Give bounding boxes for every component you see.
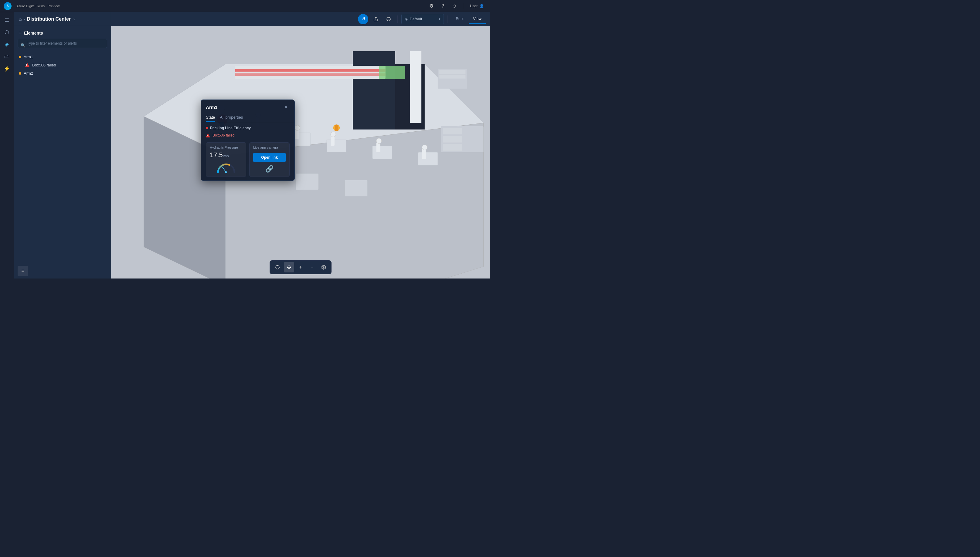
live-camera-card: Live arm camera Open link 🔗 bbox=[249, 142, 290, 177]
filter-input[interactable] bbox=[18, 39, 107, 48]
main-layout: ☰ ⬡ ◈ 🗃 ⚡ ⌂ › Distribution Center ∨ ≡ El… bbox=[0, 12, 490, 278]
breadcrumb-home[interactable]: ⌂ bbox=[19, 16, 22, 22]
pan-button[interactable] bbox=[284, 262, 294, 272]
view-select[interactable]: ◈ Default ▾ bbox=[401, 14, 444, 24]
list-item[interactable]: Box506 failed bbox=[14, 61, 111, 69]
svg-rect-32 bbox=[372, 146, 392, 159]
list-item[interactable]: Arm2 bbox=[14, 69, 111, 77]
svg-rect-16 bbox=[439, 70, 466, 74]
svg-rect-13 bbox=[379, 66, 405, 79]
refresh-button[interactable]: ↺ bbox=[358, 14, 368, 24]
build-view-tabs: Build View bbox=[451, 14, 486, 24]
app-title: Azure Digital Twins Preview bbox=[15, 4, 59, 8]
svg-rect-44 bbox=[443, 144, 462, 151]
tab-view[interactable]: View bbox=[469, 14, 486, 24]
status-dot-warning bbox=[19, 56, 21, 58]
panel-footer: ≡ bbox=[14, 263, 111, 278]
icon-sidebar: ☰ ⬡ ◈ 🗃 ⚡ bbox=[0, 12, 14, 278]
svg-point-3 bbox=[389, 19, 390, 20]
add-button[interactable]: + bbox=[296, 262, 306, 272]
cube-button[interactable] bbox=[318, 262, 329, 272]
orbit-button[interactable] bbox=[272, 262, 283, 272]
tab-build[interactable]: Build bbox=[451, 14, 469, 24]
popup-tabs: State All properties bbox=[201, 113, 294, 122]
sidebar-item-3d[interactable]: ◈ bbox=[2, 39, 13, 50]
sidebar-item-graph[interactable]: ⬡ bbox=[2, 27, 13, 37]
svg-rect-17 bbox=[439, 75, 466, 78]
sidebar-item-home[interactable]: ☰ bbox=[2, 15, 13, 26]
camera-label: Live arm camera bbox=[253, 146, 286, 149]
svg-rect-27 bbox=[327, 139, 346, 152]
popup-card: Arm1 × State All properties Packing Line… bbox=[201, 99, 295, 181]
svg-point-29 bbox=[331, 132, 336, 137]
view-select-icon: ◈ bbox=[405, 17, 408, 21]
alert-text: Box506 failed bbox=[212, 133, 235, 137]
svg-point-26 bbox=[295, 125, 300, 130]
tab-all-properties[interactable]: All properties bbox=[220, 113, 243, 122]
svg-rect-36 bbox=[422, 149, 426, 159]
svg-rect-39 bbox=[296, 174, 318, 190]
list-item[interactable]: Arm1 bbox=[14, 53, 111, 61]
remove-button[interactable]: − bbox=[307, 262, 317, 272]
svg-line-49 bbox=[222, 167, 226, 172]
help-icon[interactable]: ? bbox=[439, 2, 447, 10]
tab-state[interactable]: State bbox=[206, 113, 215, 122]
bottom-toolbar: + − bbox=[270, 260, 332, 274]
left-panel: ⌂ › Distribution Center ∨ ≡ Elements 🔍 A… bbox=[14, 12, 111, 278]
box506-label: Box506 failed bbox=[32, 63, 56, 67]
sidebar-item-integrations[interactable]: ⚡ bbox=[2, 63, 13, 74]
settings-icon[interactable]: ⚙ bbox=[427, 2, 436, 10]
svg-rect-11 bbox=[235, 69, 385, 72]
svg-rect-28 bbox=[331, 136, 335, 146]
warning-triangle-icon bbox=[25, 63, 30, 67]
3d-scene[interactable]: ! + − bbox=[111, 26, 490, 278]
link-icon: 🔗 bbox=[265, 165, 274, 173]
popup-title: Arm1 bbox=[206, 105, 217, 110]
popup-close-button[interactable]: × bbox=[283, 103, 290, 111]
elements-label: Elements bbox=[24, 31, 43, 36]
elements-panel: ≡ Elements 🔍 Arm1 Box506 failed bbox=[14, 26, 111, 263]
view-select-label: Default bbox=[410, 17, 437, 21]
more-options-button[interactable] bbox=[384, 14, 394, 24]
section-title: Packing Line Efficiency bbox=[206, 126, 290, 130]
share-button[interactable] bbox=[371, 14, 381, 24]
user-menu[interactable]: User 👤 bbox=[467, 3, 486, 10]
popup-header: Arm1 × bbox=[201, 100, 294, 113]
metrics-row: Hydraulic Pressure 17.5m/s bbox=[206, 142, 290, 177]
svg-point-37 bbox=[422, 145, 427, 150]
hydraulic-label: Hydraulic Pressure bbox=[210, 146, 242, 149]
svg-rect-40 bbox=[345, 180, 368, 196]
svg-rect-35 bbox=[418, 152, 438, 165]
app-logo: A bbox=[4, 2, 11, 10]
hydraulic-value-row: 17.5m/s bbox=[210, 151, 242, 159]
svg-rect-31 bbox=[335, 125, 338, 131]
viewport-toolbar: ↺ ◈ Default ▾ Build View bbox=[111, 12, 490, 26]
popup-body: Packing Line Efficiency Box506 failed Hy… bbox=[201, 122, 294, 181]
user-icon: 👤 bbox=[479, 4, 484, 8]
viewport: ↺ ◈ Default ▾ Build View bbox=[111, 12, 490, 278]
feedback-icon[interactable]: ☺ bbox=[450, 2, 459, 10]
svg-point-34 bbox=[376, 138, 382, 143]
topbar: A Azure Digital Twins Preview ⚙ ? ☺ User… bbox=[0, 0, 490, 12]
filter-input-wrap: 🔍 bbox=[14, 39, 111, 52]
svg-rect-12 bbox=[235, 73, 385, 76]
breadcrumb: ⌂ › Distribution Center ∨ bbox=[14, 12, 111, 26]
elements-header: ≡ Elements bbox=[14, 26, 111, 39]
sidebar-item-models[interactable]: 🗃 bbox=[2, 51, 13, 62]
chevron-down-icon: ▾ bbox=[439, 17, 441, 21]
gauge bbox=[210, 161, 242, 174]
arm1-label: Arm1 bbox=[24, 55, 33, 59]
breadcrumb-separator: › bbox=[24, 17, 25, 21]
svg-point-1 bbox=[387, 19, 388, 20]
svg-rect-14 bbox=[410, 51, 421, 123]
hydraulic-pressure-card: Hydraulic Pressure 17.5m/s bbox=[206, 142, 246, 177]
hydraulic-unit: m/s bbox=[224, 154, 229, 158]
open-link-button[interactable]: Open link bbox=[253, 153, 286, 162]
svg-point-50 bbox=[225, 171, 227, 173]
hydraulic-value: 17.5 bbox=[210, 151, 223, 159]
panel-footer-btn[interactable]: ≡ bbox=[18, 266, 28, 276]
breadcrumb-chevron[interactable]: ∨ bbox=[73, 17, 76, 21]
svg-marker-9 bbox=[353, 51, 395, 129]
status-dot-warning-2 bbox=[19, 72, 21, 75]
svg-rect-25 bbox=[295, 130, 299, 139]
